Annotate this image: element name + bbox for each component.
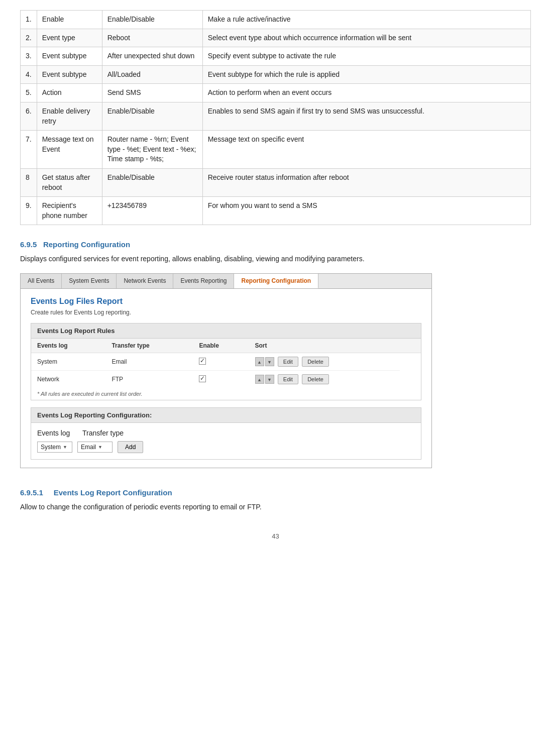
footnote: * All rules are executed in current list… (31, 388, 421, 400)
row-number: 2. (21, 29, 37, 47)
row-transfer-type: Email (105, 353, 193, 371)
row-name: Get status after reboot (37, 168, 102, 196)
row-events-log: Network (31, 371, 105, 388)
row-description: Select event type about which occurrence… (202, 29, 530, 47)
tab-system-events[interactable]: System Events (62, 274, 117, 288)
rules-section-header: Events Log Report Rules (31, 323, 421, 339)
subsection-number: 6.9.5.1 (20, 488, 43, 497)
row-description: Message text on specific event (202, 131, 530, 169)
config-column-headers: Events log Transfer type (37, 429, 415, 437)
rules-col-header: Events log (31, 339, 105, 353)
section-heading: 6.9.5 Reporting Configuration (20, 240, 531, 249)
row-value: +123456789 (102, 197, 202, 225)
subsection-title: Events Log Report Configuration (54, 488, 172, 497)
row-actions: ▲ ▼ Edit Delete (249, 353, 400, 371)
edit-button[interactable]: Edit (278, 357, 298, 367)
row-enabled (193, 371, 249, 388)
row-name: Event subtype (37, 47, 102, 66)
tab-all-events[interactable]: All Events (21, 274, 62, 288)
row-actions: ▲ ▼ Edit Delete (249, 371, 400, 388)
row-description: Event subtype for which the rule is appl… (202, 65, 530, 84)
table-row: 6. Enable delivery retry Enable/Disable … (21, 102, 531, 130)
rules-table: Events logTransfer typeEnableSort System… (31, 339, 421, 388)
transfer-type-select[interactable]: Email ▼ (77, 442, 113, 453)
ui-page-title: Events Log Files Report (31, 297, 421, 306)
table-row: 7. Message text on Event Router name - %… (21, 131, 531, 169)
subsection-heading: 6.9.5.1 Events Log Report Configuration (20, 488, 531, 497)
row-enabled (193, 353, 249, 371)
enabled-checkbox[interactable] (199, 358, 206, 365)
events-log-value: System (41, 444, 61, 451)
row-value: Reboot (102, 29, 202, 47)
row-number: 9. (21, 197, 37, 225)
row-number: 5. (21, 84, 37, 102)
row-value: All/Loaded (102, 65, 202, 84)
table-row: 1. Enable Enable/Disable Make a rule act… (21, 11, 531, 29)
events-log-select[interactable]: System ▼ (37, 442, 72, 453)
row-value: Router name - %rn; Event type - %et; Eve… (102, 131, 202, 169)
config-section-header: Events Log Reporting Configuration: (31, 408, 421, 423)
config-body: Events log Transfer type System ▼ Email … (31, 423, 421, 459)
rules-table-row: System Email ▲ ▼ Edit Delete (31, 353, 421, 371)
table-row: 3. Event subtype After unexpected shut d… (21, 47, 531, 66)
config-events-log-header: Events log (37, 429, 77, 437)
row-number: 4. (21, 65, 37, 84)
transfer-type-value: Email (81, 444, 96, 451)
events-log-arrow-icon: ▼ (63, 445, 67, 450)
row-description: Make a rule active/inactive (202, 11, 530, 29)
row-name: Recipient's phone number (37, 197, 102, 225)
ui-screenshot: All EventsSystem EventsNetwork EventsEve… (20, 273, 432, 468)
row-description: Receive router status information after … (202, 168, 530, 196)
row-number: 1. (21, 11, 37, 29)
rules-section: Events Log Report Rules Events logTransf… (31, 323, 421, 400)
row-name: Event type (37, 29, 102, 47)
ui-content: Events Log Files Report Create rules for… (21, 289, 431, 468)
edit-button[interactable]: Edit (278, 374, 298, 384)
add-button[interactable]: Add (118, 441, 143, 453)
delete-button[interactable]: Delete (302, 357, 329, 367)
row-description: Action to perform when an event occurs (202, 84, 530, 102)
row-description: Enables to send SMS again if first try t… (202, 102, 530, 130)
ui-page-subtitle: Create rules for Events Log reporting. (31, 309, 421, 316)
delete-button[interactable]: Delete (302, 374, 329, 384)
sort-arrows: ▲ ▼ (255, 357, 274, 366)
tab-events-reporting[interactable]: Events Reporting (173, 274, 234, 288)
row-name: Message text on Event (37, 131, 102, 169)
table-row: 4. Event subtype All/Loaded Event subtyp… (21, 65, 531, 84)
row-value: Send SMS (102, 84, 202, 102)
row-number: 8 (21, 168, 37, 196)
row-name: Event subtype (37, 65, 102, 84)
sort-up-icon[interactable]: ▲ (255, 375, 264, 384)
row-value: Enable/Disable (102, 11, 202, 29)
tab-bar[interactable]: All EventsSystem EventsNetwork EventsEve… (21, 274, 431, 289)
table-row: 5. Action Send SMS Action to perform whe… (21, 84, 531, 102)
sort-down-icon[interactable]: ▼ (265, 375, 274, 384)
row-name: Enable (37, 11, 102, 29)
row-number: 7. (21, 131, 37, 169)
enabled-checkbox[interactable] (199, 375, 206, 382)
section-description: Displays configured services for event r… (20, 254, 531, 264)
tab-network-events[interactable]: Network Events (117, 274, 173, 288)
row-value: Enable/Disable (102, 102, 202, 130)
sort-up-icon[interactable]: ▲ (255, 357, 264, 366)
section-title: Reporting Configuration (43, 240, 130, 249)
sort-down-icon[interactable]: ▼ (265, 357, 274, 366)
config-transfer-type-header: Transfer type (82, 429, 124, 437)
rules-col-header: Enable (193, 339, 249, 353)
config-section: Events Log Reporting Configuration: Even… (31, 407, 421, 460)
table-row: 8 Get status after reboot Enable/Disable… (21, 168, 531, 196)
section-number: 6.9.5 (20, 240, 37, 249)
row-events-log: System (31, 353, 105, 371)
config-row: System ▼ Email ▼ Add (37, 441, 415, 453)
row-transfer-type: FTP (105, 371, 193, 388)
row-name: Enable delivery retry (37, 102, 102, 130)
transfer-type-arrow-icon: ▼ (98, 445, 102, 450)
rules-col-header: Transfer type (105, 339, 193, 353)
row-description: Specify event subtype to activate the ru… (202, 47, 530, 66)
row-description: For whom you want to send a SMS (202, 197, 530, 225)
rules-col-header (400, 339, 421, 353)
table-row: 2. Event type Reboot Select event type a… (21, 29, 531, 47)
rules-col-header: Sort (249, 339, 400, 353)
tab-reporting-configuration[interactable]: Reporting Configuration (234, 274, 318, 288)
page-number: 43 (20, 532, 531, 540)
